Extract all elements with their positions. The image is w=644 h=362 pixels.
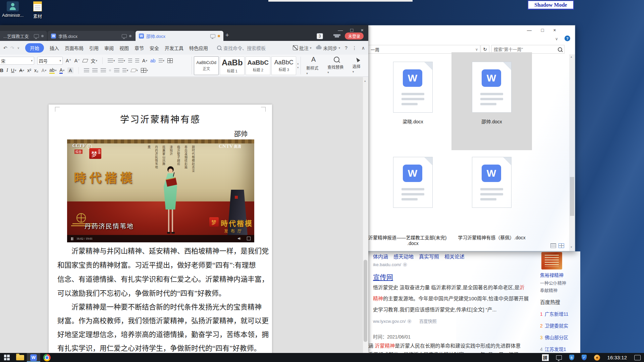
- ribbon-tab-review[interactable]: 审阅: [104, 45, 114, 51]
- sync-button[interactable]: 未同步▾: [316, 45, 340, 51]
- taskbar-clock[interactable]: 16:33:12: [607, 355, 627, 360]
- skin-icon[interactable]: [335, 34, 339, 38]
- align-right-icon[interactable]: [101, 68, 106, 72]
- doc-tab-active[interactable]: W 邵帅.docx: [136, 31, 223, 41]
- help-icon[interactable]: ?: [565, 36, 570, 41]
- document-canvas[interactable]: 学习沂蒙精神有感 邵帅 CCTV 1 综合 梦 中国 時代楷模: [0, 77, 368, 353]
- scroll-down-icon[interactable]: ▾: [571, 245, 572, 249]
- file-item[interactable]: W 学习沂蒙精神有感（蔡佩）.docx: [451, 152, 532, 249]
- increase-indent-icon[interactable]: [135, 59, 139, 63]
- gallery-down-icon[interactable]: ▾: [297, 66, 299, 69]
- network-icon[interactable]: [556, 355, 562, 360]
- start-button[interactable]: [0, 353, 13, 362]
- taskbar-chrome[interactable]: [40, 353, 54, 362]
- result-url[interactable]: ww.lyxcw.gov.cn/: [373, 319, 406, 324]
- styles-gallery-spinner[interactable]: ▴ ▾: [297, 62, 299, 69]
- shading-button[interactable]: ▾: [131, 69, 138, 72]
- style-heading2[interactable]: AaBbC标题 2: [246, 56, 270, 75]
- address-dropdown-icon[interactable]: ∨: [475, 47, 478, 52]
- ribbon-tab-layout[interactable]: 页面布局: [65, 45, 84, 51]
- ribbon-tab-view[interactable]: 视图: [119, 45, 129, 51]
- shrink-font-button[interactable]: A⁻: [74, 58, 80, 63]
- minimize-icon[interactable]: —: [527, 27, 532, 33]
- find-replace-button[interactable]: 查找替换 ▾: [324, 56, 349, 75]
- borders-button[interactable]: ▾: [141, 68, 148, 73]
- sidebar-link[interactable]: 焦裕禄精神: [540, 272, 564, 278]
- baidu-snapshot-link[interactable]: 百度快照: [419, 319, 437, 324]
- hot-text[interactable]: 卫健委就实: [545, 323, 568, 328]
- scrollbar-thumb[interactable]: [570, 177, 574, 216]
- close-icon[interactable]: ×: [361, 27, 364, 33]
- minimize-icon[interactable]: —: [338, 27, 343, 33]
- result-link[interactable]: 相关论述: [444, 253, 465, 260]
- align-left-icon[interactable]: [84, 68, 89, 72]
- new-tab-button[interactable]: +: [225, 32, 229, 39]
- distribute-icon[interactable]: [114, 68, 119, 72]
- style-heading1[interactable]: AaBb标题 1: [220, 56, 245, 75]
- taskbar-file-explorer[interactable]: [13, 353, 27, 362]
- new-style-button[interactable]: A 新样式 ▾: [303, 56, 324, 75]
- select-button[interactable]: 选择 ▾: [349, 56, 366, 75]
- ribbon-tab-devtools[interactable]: 开发工具: [165, 45, 183, 51]
- url-dropdown-icon[interactable]: ∨: [403, 262, 407, 267]
- sidebar-thumbnail-image[interactable]: [541, 252, 562, 269]
- file-item-selected[interactable]: W 邵帅.docx: [451, 52, 532, 150]
- hot-text[interactable]: 佛山部分区: [545, 335, 568, 340]
- action-center-icon[interactable]: [634, 355, 641, 360]
- scrollbar-thumb[interactable]: [364, 260, 367, 342]
- scroll-up-icon[interactable]: ▴: [571, 55, 572, 58]
- subscript-button[interactable]: x₂: [34, 68, 38, 73]
- char-shading-button[interactable]: A: [67, 67, 73, 73]
- gallery-up-icon[interactable]: ▴: [297, 62, 299, 65]
- command-search[interactable]: 查找命令、搜索模板: [217, 45, 266, 51]
- font-size-combo[interactable]: 四号▾: [37, 57, 63, 65]
- doc-tab[interactable]: W 李扬.docx: [48, 31, 135, 41]
- explorer-scrollbar[interactable]: ▴ ▾: [569, 54, 575, 251]
- text-effects-button[interactable]: A▾: [41, 68, 46, 73]
- highlight-button[interactable]: ab▾: [49, 67, 56, 74]
- result-link[interactable]: 感天动地: [393, 253, 414, 260]
- sort-button[interactable]: ab: [150, 58, 156, 63]
- ribbon-collapse-icon[interactable]: ∨: [555, 37, 558, 41]
- result-url[interactable]: ike.baidu.com/: [373, 262, 401, 267]
- ribbon-tab-insert[interactable]: 插入: [50, 45, 59, 51]
- quickbar-dropdown-icon[interactable]: ∨: [17, 46, 19, 50]
- redo-icon[interactable]: ↷: [10, 45, 14, 51]
- taskbar-wps[interactable]: W: [27, 353, 40, 362]
- hot-search-item[interactable]: 3佛山部分区: [540, 334, 568, 341]
- details-view-icon[interactable]: [550, 243, 556, 248]
- file-item[interactable]: W 梁晓.docx: [373, 54, 453, 150]
- style-normal[interactable]: AaBbCcDd正文: [194, 56, 219, 75]
- clear-format-icon[interactable]: [83, 59, 89, 62]
- line-spacing-button[interactable]: ▾: [122, 68, 128, 72]
- maximize-icon[interactable]: □: [541, 27, 544, 33]
- result-link[interactable]: 真实写照: [419, 253, 439, 260]
- insert-table-icon[interactable]: [167, 58, 173, 63]
- more-icon[interactable]: ⋮: [352, 45, 357, 51]
- shadow-mode-button[interactable]: Shadow Mode: [528, 0, 574, 10]
- strikethrough-button[interactable]: A▾: [19, 68, 24, 73]
- pinyin-guide-button[interactable]: 文▾: [91, 57, 97, 64]
- document-scrollbar[interactable]: ▴: [363, 77, 368, 353]
- document-page[interactable]: 学习沂蒙精神有感 邵帅 CCTV 1 综合 梦 中国 時代楷模: [49, 105, 272, 353]
- help-icon[interactable]: ?: [345, 45, 347, 51]
- hot-text[interactable]: 广东新增11: [545, 311, 569, 317]
- ribbon-tab-section[interactable]: 章节: [135, 45, 144, 51]
- style-heading3[interactable]: AaBbC标题 3: [271, 56, 296, 75]
- hot-search-item[interactable]: 4江苏发现1: [540, 346, 566, 352]
- search-icon[interactable]: [558, 47, 562, 52]
- result-link[interactable]: 体内涵: [373, 253, 388, 260]
- embedded-video-image[interactable]: CCTV 1 综合 梦 中国 時代楷模 题时代楷模赵志全 奉岳凌烟续彩篇 临沂墅…: [67, 139, 254, 242]
- doc-tab[interactable]: ...艺媒教工支部: [0, 31, 47, 41]
- ribbon-tab-apps[interactable]: 特色应用: [189, 45, 208, 51]
- decrease-indent-icon[interactable]: [128, 59, 132, 63]
- italic-button[interactable]: I: [6, 68, 8, 73]
- undo-icon[interactable]: ↶: [3, 45, 7, 51]
- volume-icon[interactable]: ◀): [237, 237, 241, 240]
- ribbon-tab-home[interactable]: 开始: [25, 43, 44, 53]
- hot-text[interactable]: 江苏发现1: [545, 347, 566, 352]
- ime-indicator[interactable]: 拼: [542, 354, 549, 361]
- maximize-icon[interactable]: □: [350, 27, 353, 33]
- superscript-button[interactable]: x²: [27, 68, 31, 73]
- tray-shield-s-icon[interactable]: S: [569, 355, 574, 360]
